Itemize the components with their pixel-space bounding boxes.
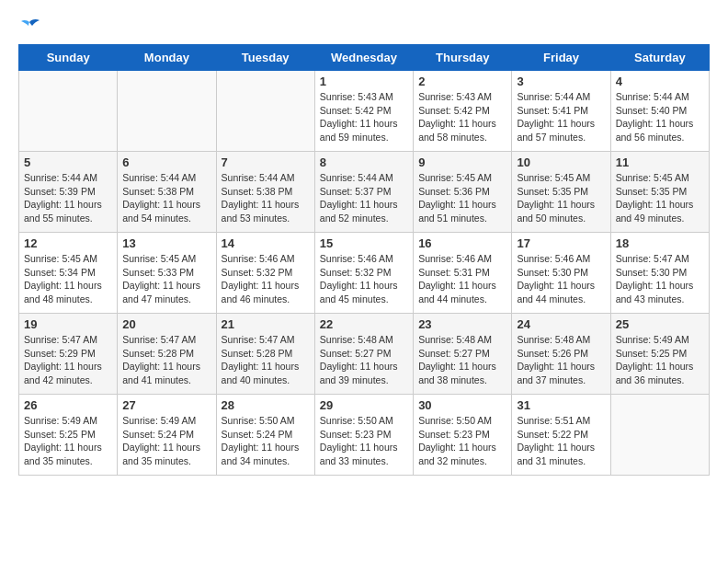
day-number: 20 [122, 317, 210, 331]
calendar-day-cell: 18Sunrise: 5:47 AM Sunset: 5:30 PM Dayli… [610, 233, 709, 314]
day-info: Sunrise: 5:46 AM Sunset: 5:31 PM Dayligh… [418, 252, 506, 306]
day-of-week-header: Monday [118, 45, 216, 71]
day-info: Sunrise: 5:48 AM Sunset: 5:26 PM Dayligh… [517, 333, 605, 387]
day-of-week-header: Wednesday [314, 45, 413, 71]
calendar-day-cell: 27Sunrise: 5:49 AM Sunset: 5:24 PM Dayli… [118, 395, 216, 476]
day-number: 11 [616, 155, 704, 169]
day-info: Sunrise: 5:49 AM Sunset: 5:24 PM Dayligh… [122, 414, 210, 468]
logo [18, 18, 40, 35]
day-number: 26 [24, 398, 112, 412]
calendar-day-cell: 29Sunrise: 5:50 AM Sunset: 5:23 PM Dayli… [314, 395, 413, 476]
calendar-day-cell: 10Sunrise: 5:45 AM Sunset: 5:35 PM Dayli… [512, 152, 610, 233]
day-number: 22 [320, 317, 408, 331]
day-info: Sunrise: 5:48 AM Sunset: 5:27 PM Dayligh… [418, 333, 506, 387]
day-number: 13 [122, 236, 210, 250]
day-number: 15 [320, 236, 408, 250]
day-info: Sunrise: 5:44 AM Sunset: 5:38 PM Dayligh… [222, 171, 310, 225]
day-number: 8 [320, 155, 408, 169]
calendar-day-cell: 25Sunrise: 5:49 AM Sunset: 5:25 PM Dayli… [610, 314, 709, 395]
day-number: 24 [517, 317, 605, 331]
day-info: Sunrise: 5:44 AM Sunset: 5:37 PM Dayligh… [320, 171, 408, 225]
day-number: 21 [222, 317, 310, 331]
calendar-day-cell: 8Sunrise: 5:44 AM Sunset: 5:37 PM Daylig… [314, 152, 413, 233]
calendar-week-row: 26Sunrise: 5:49 AM Sunset: 5:25 PM Dayli… [19, 395, 710, 476]
day-info: Sunrise: 5:44 AM Sunset: 5:38 PM Dayligh… [122, 171, 210, 225]
day-info: Sunrise: 5:44 AM Sunset: 5:41 PM Dayligh… [517, 90, 605, 144]
logo-bird-icon [19, 18, 40, 35]
day-number: 10 [517, 155, 605, 169]
day-number: 25 [616, 317, 704, 331]
calendar-day-cell: 20Sunrise: 5:47 AM Sunset: 5:28 PM Dayli… [118, 314, 216, 395]
day-number: 29 [320, 398, 408, 412]
day-number: 17 [517, 236, 605, 250]
day-number: 3 [517, 75, 605, 88]
day-number: 27 [122, 398, 210, 412]
calendar-day-cell: 12Sunrise: 5:45 AM Sunset: 5:34 PM Dayli… [19, 233, 118, 314]
calendar-week-row: 12Sunrise: 5:45 AM Sunset: 5:34 PM Dayli… [19, 233, 710, 314]
calendar-day-cell: 6Sunrise: 5:44 AM Sunset: 5:38 PM Daylig… [118, 152, 216, 233]
day-number: 14 [222, 236, 310, 250]
calendar-week-row: 1Sunrise: 5:43 AM Sunset: 5:42 PM Daylig… [19, 71, 710, 152]
day-info: Sunrise: 5:45 AM Sunset: 5:35 PM Dayligh… [517, 171, 605, 225]
day-info: Sunrise: 5:51 AM Sunset: 5:22 PM Dayligh… [517, 414, 605, 468]
day-number: 4 [616, 75, 704, 88]
day-number: 18 [616, 236, 704, 250]
calendar-day-cell: 30Sunrise: 5:50 AM Sunset: 5:23 PM Dayli… [414, 395, 512, 476]
day-info: Sunrise: 5:50 AM Sunset: 5:24 PM Dayligh… [222, 414, 310, 468]
day-info: Sunrise: 5:46 AM Sunset: 5:32 PM Dayligh… [320, 252, 408, 306]
calendar-day-cell: 16Sunrise: 5:46 AM Sunset: 5:31 PM Dayli… [414, 233, 512, 314]
calendar-day-cell: 28Sunrise: 5:50 AM Sunset: 5:24 PM Dayli… [216, 395, 314, 476]
calendar-day-cell [610, 395, 709, 476]
day-of-week-header: Friday [512, 45, 610, 71]
day-info: Sunrise: 5:49 AM Sunset: 5:25 PM Dayligh… [24, 414, 112, 468]
day-of-week-header: Tuesday [216, 45, 314, 71]
page-header [18, 18, 710, 35]
calendar-day-cell: 17Sunrise: 5:46 AM Sunset: 5:30 PM Dayli… [512, 233, 610, 314]
day-number: 6 [122, 155, 210, 169]
day-info: Sunrise: 5:47 AM Sunset: 5:30 PM Dayligh… [616, 252, 704, 306]
day-info: Sunrise: 5:46 AM Sunset: 5:32 PM Dayligh… [222, 252, 310, 306]
day-info: Sunrise: 5:50 AM Sunset: 5:23 PM Dayligh… [418, 414, 506, 468]
day-number: 2 [418, 75, 506, 88]
day-info: Sunrise: 5:45 AM Sunset: 5:36 PM Dayligh… [418, 171, 506, 225]
day-number: 31 [517, 398, 605, 412]
day-number: 12 [24, 236, 112, 250]
day-info: Sunrise: 5:45 AM Sunset: 5:35 PM Dayligh… [616, 171, 704, 225]
day-info: Sunrise: 5:50 AM Sunset: 5:23 PM Dayligh… [320, 414, 408, 468]
calendar-day-cell: 14Sunrise: 5:46 AM Sunset: 5:32 PM Dayli… [216, 233, 314, 314]
calendar-week-row: 5Sunrise: 5:44 AM Sunset: 5:39 PM Daylig… [19, 152, 710, 233]
calendar-day-cell: 21Sunrise: 5:47 AM Sunset: 5:28 PM Dayli… [216, 314, 314, 395]
day-of-week-header: Saturday [610, 45, 709, 71]
calendar-day-cell: 24Sunrise: 5:48 AM Sunset: 5:26 PM Dayli… [512, 314, 610, 395]
calendar-day-cell [118, 71, 216, 152]
day-number: 23 [418, 317, 506, 331]
day-number: 28 [222, 398, 310, 412]
calendar-day-cell: 11Sunrise: 5:45 AM Sunset: 5:35 PM Dayli… [610, 152, 709, 233]
day-info: Sunrise: 5:44 AM Sunset: 5:40 PM Dayligh… [616, 90, 704, 144]
calendar-day-cell: 5Sunrise: 5:44 AM Sunset: 5:39 PM Daylig… [19, 152, 118, 233]
day-info: Sunrise: 5:48 AM Sunset: 5:27 PM Dayligh… [320, 333, 408, 387]
day-info: Sunrise: 5:44 AM Sunset: 5:39 PM Dayligh… [24, 171, 112, 225]
calendar-day-cell: 7Sunrise: 5:44 AM Sunset: 5:38 PM Daylig… [216, 152, 314, 233]
calendar-day-cell: 19Sunrise: 5:47 AM Sunset: 5:29 PM Dayli… [19, 314, 118, 395]
day-number: 7 [222, 155, 310, 169]
calendar-day-cell: 15Sunrise: 5:46 AM Sunset: 5:32 PM Dayli… [314, 233, 413, 314]
day-info: Sunrise: 5:43 AM Sunset: 5:42 PM Dayligh… [418, 90, 506, 144]
calendar-day-cell: 23Sunrise: 5:48 AM Sunset: 5:27 PM Dayli… [414, 314, 512, 395]
calendar-day-cell [19, 71, 118, 152]
day-info: Sunrise: 5:47 AM Sunset: 5:28 PM Dayligh… [222, 333, 310, 387]
calendar-day-cell: 13Sunrise: 5:45 AM Sunset: 5:33 PM Dayli… [118, 233, 216, 314]
day-number: 1 [320, 75, 408, 88]
calendar-day-cell: 26Sunrise: 5:49 AM Sunset: 5:25 PM Dayli… [19, 395, 118, 476]
calendar-table: SundayMondayTuesdayWednesdayThursdayFrid… [18, 44, 710, 476]
calendar-day-cell: 2Sunrise: 5:43 AM Sunset: 5:42 PM Daylig… [414, 71, 512, 152]
day-number: 9 [418, 155, 506, 169]
day-info: Sunrise: 5:43 AM Sunset: 5:42 PM Dayligh… [320, 90, 408, 144]
day-number: 30 [418, 398, 506, 412]
calendar-header-row: SundayMondayTuesdayWednesdayThursdayFrid… [19, 45, 710, 71]
day-number: 16 [418, 236, 506, 250]
day-of-week-header: Thursday [414, 45, 512, 71]
calendar-day-cell: 4Sunrise: 5:44 AM Sunset: 5:40 PM Daylig… [610, 71, 709, 152]
day-of-week-header: Sunday [19, 45, 118, 71]
calendar-day-cell: 3Sunrise: 5:44 AM Sunset: 5:41 PM Daylig… [512, 71, 610, 152]
